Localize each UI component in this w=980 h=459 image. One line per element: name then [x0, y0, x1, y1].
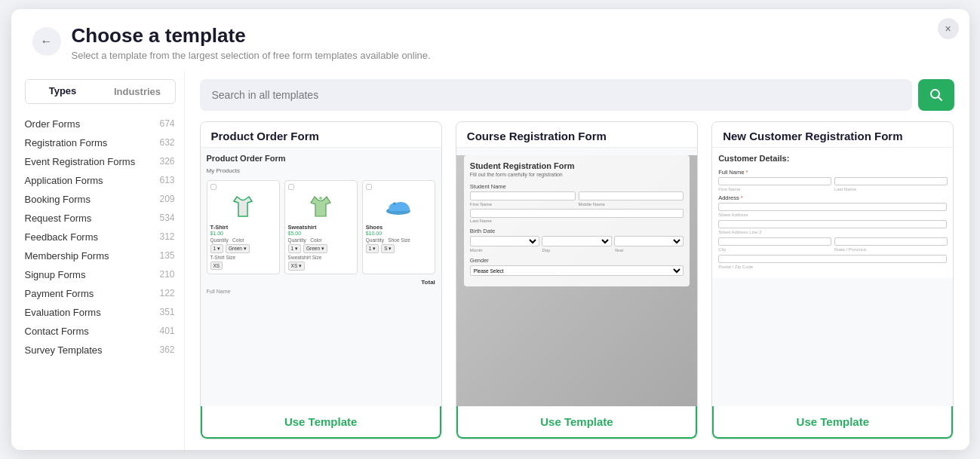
- pof-product-sweatshirt: Sweatshirt $5.00 Quantity Color 1 ▾ Gree…: [284, 180, 358, 274]
- template-card-title: Course Registration Form: [456, 122, 697, 147]
- modal-title: Choose a template: [72, 24, 431, 47]
- ncrf-address-label: Address *: [718, 194, 947, 201]
- sidebar-item-payment-forms[interactable]: Payment Forms 122: [25, 284, 184, 303]
- templates-row: Product Order Form Product Order Form My…: [200, 121, 954, 439]
- svg-point-2: [319, 197, 322, 200]
- crf-month-label: Month: [470, 248, 539, 252]
- sweatshirt-color-select[interactable]: Green ▾: [303, 244, 327, 253]
- sidebar-item-request-forms[interactable]: Request Forms 534: [25, 209, 184, 228]
- sidebar-item-feedback-forms[interactable]: Feedback Forms 312: [25, 228, 184, 246]
- required-indicator: *: [741, 194, 743, 201]
- back-button[interactable]: ←: [32, 27, 61, 56]
- tshirt-qty-select[interactable]: 1 ▾: [210, 244, 223, 253]
- search-button[interactable]: [918, 79, 954, 111]
- sidebar-item-contact-forms[interactable]: Contact Forms 401: [25, 322, 184, 341]
- pof-products-label: My Products: [207, 167, 435, 174]
- crf-preview: Student Registration Form Fill out the f…: [456, 155, 697, 406]
- modal-header: ← Choose a template Select a template fr…: [11, 9, 969, 72]
- crf-gender-select[interactable]: Please Select: [470, 265, 684, 276]
- crf-birthdate-field: Birth Date Month Day: [470, 228, 684, 252]
- sidebar-label: Survey Templates: [25, 344, 103, 356]
- svg-line-1: [938, 97, 942, 101]
- template-preview: Student Registration Form Fill out the f…: [456, 147, 697, 406]
- sidebar-item-application-forms[interactable]: Application Forms 613: [25, 171, 184, 190]
- sidebar-item-booking-forms[interactable]: Booking Forms 209: [25, 190, 184, 209]
- tshirt-image: [210, 191, 276, 222]
- sidebar-count: 674: [159, 118, 174, 130]
- sweatshirt-size-select[interactable]: XS ▾: [288, 262, 305, 271]
- tab-industries[interactable]: Industries: [100, 80, 175, 103]
- sidebar-item-membership-forms[interactable]: Membership Forms 135: [25, 246, 184, 265]
- shoes-image: [366, 191, 432, 222]
- sweatshirt-image: [288, 191, 354, 222]
- tshirt-size-select[interactable]: XS: [210, 262, 223, 270]
- ncrf-street-label: Street Address: [718, 213, 947, 217]
- pof-product-tshirt: T-Shirt $1.00 Quantity Color 1 ▾ Green ▾…: [207, 180, 280, 274]
- template-chooser-modal: × ← Choose a template Select a template …: [11, 9, 969, 450]
- checkbox-tshirt[interactable]: [210, 184, 217, 190]
- use-template-button-pof[interactable]: Use Template: [201, 406, 441, 439]
- ncrf-state-input: [834, 237, 948, 246]
- ncrf-address-field: Address * Street Address Street Address …: [718, 194, 947, 269]
- sidebar-count: 122: [159, 288, 174, 299]
- required-indicator: *: [745, 169, 748, 176]
- ncrf-firstname: First Name: [718, 177, 831, 191]
- sidebar-count: 209: [159, 194, 174, 205]
- crf-year-select[interactable]: [614, 236, 684, 246]
- crf-day-select[interactable]: [542, 236, 611, 246]
- tshirt-name: T-Shirt: [210, 224, 276, 231]
- ncrf-state-label: State / Province: [834, 247, 948, 252]
- checkbox-sweatshirt[interactable]: [288, 184, 294, 190]
- use-template-button-ncrf[interactable]: Use Template: [712, 406, 953, 439]
- sweatshirt-qty-select[interactable]: 1 ▾: [288, 244, 301, 253]
- ncrf-fullname-field: Full Name * First Name: [718, 169, 947, 191]
- sidebar-count: 312: [159, 231, 174, 243]
- shoes-qty-select[interactable]: 1 ▾: [366, 244, 379, 253]
- tshirt-color-select[interactable]: Green ▾: [226, 244, 250, 253]
- modal-body: Types Industries Order Forms 674 Registr…: [11, 72, 969, 450]
- ncrf-firstname-label: First Name: [718, 187, 831, 191]
- close-button[interactable]: ×: [938, 18, 959, 39]
- sidebar-item-evaluation-forms[interactable]: Evaluation Forms 351: [25, 303, 184, 322]
- search-row: [200, 79, 954, 111]
- sidebar-item-survey-templates[interactable]: Survey Templates 362: [25, 341, 184, 360]
- sidebar-label: Booking Forms: [25, 194, 91, 205]
- pof-products: T-Shirt $1.00 Quantity Color 1 ▾ Green ▾…: [207, 180, 435, 274]
- crf-birthdate-label: Birth Date: [470, 228, 684, 234]
- sidebar-label: Application Forms: [25, 175, 103, 186]
- pof-fullname: Full Name: [207, 289, 435, 294]
- sidebar-label: Payment Forms: [25, 288, 94, 299]
- ncrf-city-label: City: [718, 247, 831, 252]
- shoes-size-select[interactable]: S ▾: [381, 244, 395, 253]
- pof-product-shoes: Shoes $10.00 Quantity Shoe Size 1 ▾ S ▾: [362, 180, 435, 274]
- ncrf-city: City: [718, 237, 831, 252]
- pof-total: Total: [207, 279, 435, 286]
- sidebar-item-order-forms[interactable]: Order Forms 674: [25, 115, 184, 133]
- sidebar-label: Request Forms: [25, 213, 92, 224]
- pof-title: Product Order Form: [207, 154, 435, 163]
- crf-firstname-label: First Name: [470, 202, 576, 207]
- use-template-button-crf[interactable]: Use Template: [456, 406, 697, 439]
- search-icon: [929, 88, 943, 102]
- crf-day-label: Day: [542, 248, 612, 252]
- search-input[interactable]: [200, 79, 912, 111]
- sidebar-item-event-registration-forms[interactable]: Event Registration Forms 326: [25, 152, 184, 171]
- header-text: Choose a template Select a template from…: [72, 24, 431, 61]
- template-card-new-customer-registration-form: New Customer Registration Form Customer …: [711, 121, 954, 439]
- sidebar-item-registration-forms[interactable]: Registration Forms 632: [25, 133, 184, 152]
- tab-types[interactable]: Types: [26, 80, 100, 103]
- sidebar-tabs: Types Industries: [25, 79, 176, 104]
- sidebar-count: 135: [159, 250, 174, 262]
- crf-middlename-input: [579, 191, 684, 200]
- sidebar-label: Event Registration Forms: [25, 156, 136, 167]
- sidebar-item-signup-forms[interactable]: Signup Forms 210: [25, 265, 184, 284]
- crf-month-select[interactable]: [470, 236, 539, 246]
- crf-subtitle: Fill out the form carefully for registra…: [470, 172, 684, 177]
- sidebar-label: Evaluation Forms: [25, 307, 101, 318]
- sidebar-label: Membership Forms: [25, 250, 109, 262]
- crf-year-label: Year: [614, 248, 684, 252]
- ncrf-fullname-label: Full Name *: [718, 169, 947, 176]
- checkbox-shoes[interactable]: [366, 184, 372, 190]
- sidebar-count: 210: [159, 269, 174, 280]
- sidebar-label: Contact Forms: [25, 326, 89, 337]
